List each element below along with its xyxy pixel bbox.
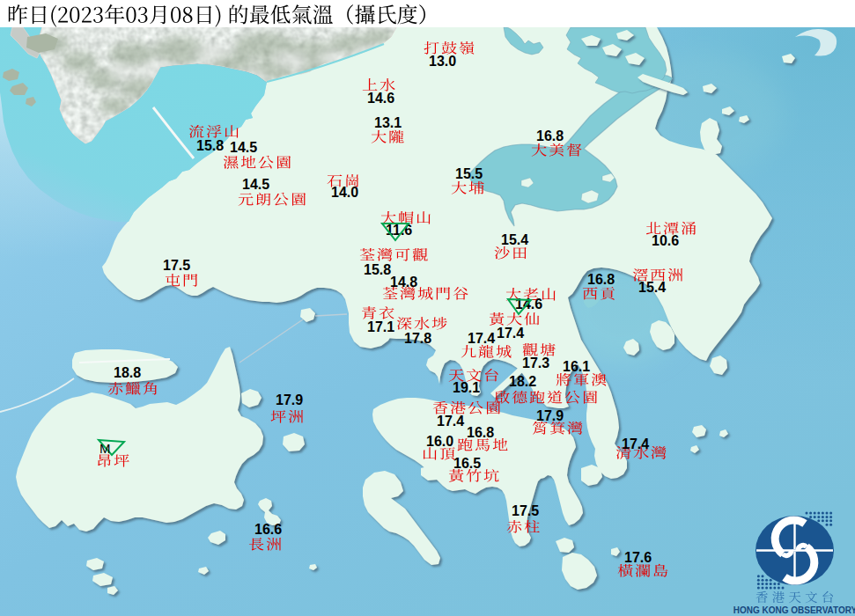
- svg-text:17.9: 17.9: [276, 392, 303, 407]
- svg-text:17.4: 17.4: [497, 326, 524, 341]
- svg-text:13.1: 13.1: [374, 115, 402, 130]
- svg-text:14.5: 14.5: [242, 177, 269, 192]
- svg-text:17.5: 17.5: [163, 258, 190, 273]
- svg-text:13.0: 13.0: [429, 54, 456, 69]
- svg-text:17.1: 17.1: [367, 319, 394, 334]
- svg-text:17.9: 17.9: [536, 408, 564, 423]
- svg-text:15.8: 15.8: [196, 138, 224, 153]
- svg-text:17.4: 17.4: [468, 331, 495, 346]
- svg-text:15.8: 15.8: [364, 262, 391, 277]
- svg-text:15.4: 15.4: [501, 232, 528, 247]
- svg-text:16.8: 16.8: [587, 272, 615, 287]
- svg-text:18.2: 18.2: [509, 374, 536, 389]
- svg-text:19.1: 19.1: [453, 380, 480, 395]
- svg-text:17.5: 17.5: [512, 503, 539, 518]
- svg-text:10.6: 10.6: [652, 233, 679, 248]
- svg-text:17.4: 17.4: [622, 436, 649, 451]
- svg-text:18.8: 18.8: [114, 365, 141, 380]
- svg-text:14.6: 14.6: [367, 91, 394, 106]
- svg-text:14.0: 14.0: [331, 185, 358, 200]
- svg-text:16.0: 16.0: [426, 434, 453, 449]
- svg-text:HONG KONG OBSERVATORY: HONG KONG OBSERVATORY: [733, 605, 855, 615]
- svg-text:14.5: 14.5: [230, 140, 257, 155]
- svg-text:17.8: 17.8: [404, 331, 431, 346]
- svg-text:17.4: 17.4: [437, 414, 464, 429]
- svg-text:17.3: 17.3: [522, 356, 549, 370]
- svg-text:17.6: 17.6: [624, 550, 652, 565]
- svg-text:15.4: 15.4: [638, 280, 666, 295]
- svg-text:16.6: 16.6: [254, 522, 282, 537]
- svg-text:16.8: 16.8: [467, 425, 494, 440]
- svg-text:16.1: 16.1: [563, 359, 590, 374]
- svg-text:16.5: 16.5: [453, 456, 481, 471]
- svg-text:16.8: 16.8: [536, 128, 564, 143]
- svg-text:15.5: 15.5: [455, 166, 483, 181]
- svg-text:14.8: 14.8: [390, 275, 417, 290]
- svg-text:M: M: [100, 441, 111, 456]
